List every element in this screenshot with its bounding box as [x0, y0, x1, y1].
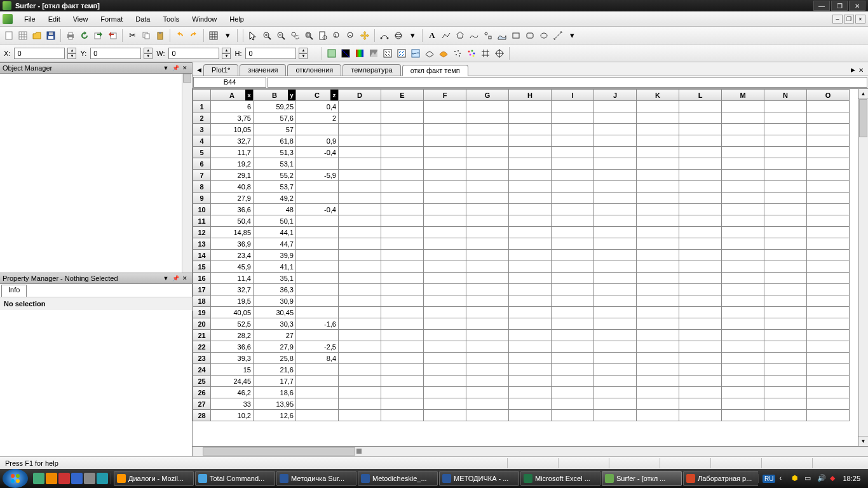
cell-L16[interactable]	[679, 273, 722, 284]
cell-C5[interactable]: -0,4	[296, 147, 339, 158]
ql-icon-3[interactable]	[58, 473, 70, 484]
cell-O28[interactable]	[807, 410, 850, 421]
pan-icon[interactable]	[358, 29, 371, 42]
cell-K25[interactable]	[637, 376, 679, 387]
cell-N25[interactable]	[764, 376, 807, 387]
cell-B5[interactable]: 51,3	[254, 147, 296, 158]
row-header-28[interactable]: 28	[193, 410, 211, 421]
cell-M23[interactable]	[722, 353, 764, 364]
horizontal-scrollbar[interactable]	[193, 446, 868, 456]
cell-J8[interactable]	[594, 181, 637, 193]
row-header-10[interactable]: 10	[193, 204, 211, 215]
cell-O5[interactable]	[807, 147, 850, 158]
cell-B28[interactable]: 12,6	[254, 410, 296, 421]
cell-A12[interactable]: 14,85	[211, 227, 254, 238]
cell-H20[interactable]	[509, 318, 552, 330]
cell-H26[interactable]	[509, 387, 552, 398]
menu-tools[interactable]: Tools	[156, 13, 186, 25]
cell-C26[interactable]	[296, 387, 339, 398]
cell-F26[interactable]	[424, 387, 466, 398]
cell-J13[interactable]	[594, 238, 637, 250]
cell-E16[interactable]	[381, 273, 424, 284]
contour-icon[interactable]	[339, 47, 352, 60]
cell-C23[interactable]: 8,4	[296, 353, 339, 364]
clock[interactable]: 18:25	[843, 475, 860, 482]
cell-B12[interactable]: 44,1	[254, 227, 296, 238]
cell-G25[interactable]	[466, 376, 509, 387]
cell-F13[interactable]	[424, 238, 466, 250]
ql-icon-2[interactable]	[46, 473, 57, 484]
cell-H7[interactable]	[509, 170, 552, 181]
cell-G7[interactable]	[466, 170, 509, 181]
cell-H25[interactable]	[509, 376, 552, 387]
cell-C2[interactable]: 2	[296, 112, 339, 124]
cell-G24[interactable]	[466, 364, 509, 376]
task-item-1[interactable]: Total Command...	[195, 471, 275, 486]
cell-N20[interactable]	[764, 318, 807, 330]
cell-E28[interactable]	[381, 410, 424, 421]
cell-L24[interactable]	[679, 364, 722, 376]
x-input[interactable]	[14, 48, 65, 59]
tray-volume-icon[interactable]: 🔊	[817, 474, 826, 483]
cell-H8[interactable]	[509, 181, 552, 193]
cell-E5[interactable]	[381, 147, 424, 158]
col-header-E[interactable]: E	[381, 90, 424, 101]
cell-G8[interactable]	[466, 181, 509, 193]
cell-C3[interactable]	[296, 124, 339, 135]
row-header-22[interactable]: 22	[193, 341, 211, 353]
cell-F8[interactable]	[424, 181, 466, 193]
cell-G27[interactable]	[466, 398, 509, 410]
cell-E18[interactable]	[381, 295, 424, 307]
zoom-rect-icon[interactable]	[288, 29, 301, 42]
cell-F28[interactable]	[424, 410, 466, 421]
row-header-17[interactable]: 17	[193, 284, 211, 295]
cell-E19[interactable]	[381, 307, 424, 318]
cell-B6[interactable]: 53,1	[254, 158, 296, 170]
cell-A6[interactable]: 19,2	[211, 158, 254, 170]
cell-L3[interactable]	[679, 124, 722, 135]
cell-J12[interactable]	[594, 227, 637, 238]
cell-H14[interactable]	[509, 250, 552, 261]
cell-H2[interactable]	[509, 112, 552, 124]
cell-F18[interactable]	[424, 295, 466, 307]
task-item-0[interactable]: Диалоги - Mozil...	[114, 471, 194, 486]
row-header-1[interactable]: 1	[193, 101, 211, 112]
row-header-20[interactable]: 20	[193, 318, 211, 330]
cell-O1[interactable]	[807, 101, 850, 112]
cell-K12[interactable]	[637, 227, 679, 238]
cell-A20[interactable]: 52,5	[211, 318, 254, 330]
cell-O9[interactable]	[807, 193, 850, 204]
cell-F23[interactable]	[424, 353, 466, 364]
cell-C22[interactable]: -2,5	[296, 341, 339, 353]
cell-D9[interactable]	[339, 193, 381, 204]
cell-A10[interactable]: 36,6	[211, 204, 254, 215]
cell-A28[interactable]: 10,2	[211, 410, 254, 421]
cell-B3[interactable]: 57	[254, 124, 296, 135]
import-icon[interactable]	[106, 29, 119, 42]
cell-A26[interactable]: 46,2	[211, 387, 254, 398]
cell-A19[interactable]: 40,05	[211, 307, 254, 318]
tab-info[interactable]: Info	[1, 285, 27, 297]
cell-I28[interactable]	[552, 410, 594, 421]
cell-G15[interactable]	[466, 261, 509, 273]
cell-E2[interactable]	[381, 112, 424, 124]
cell-C20[interactable]: -1,6	[296, 318, 339, 330]
cell-A22[interactable]: 36,6	[211, 341, 254, 353]
symbol-icon[interactable]	[482, 29, 494, 42]
row-header-27[interactable]: 27	[193, 398, 211, 410]
cell-A27[interactable]: 33	[211, 398, 254, 410]
cell-G1[interactable]	[466, 101, 509, 112]
cell-K18[interactable]	[637, 295, 679, 307]
dropdown3-icon[interactable]: ▾	[566, 29, 578, 42]
cell-N24[interactable]	[764, 364, 807, 376]
row-header-24[interactable]: 24	[193, 364, 211, 376]
cell-F2[interactable]	[424, 112, 466, 124]
cell-D17[interactable]	[339, 284, 381, 295]
cell-O27[interactable]	[807, 398, 850, 410]
cell-M21[interactable]	[722, 330, 764, 341]
print-icon[interactable]	[64, 29, 77, 42]
cell-C21[interactable]	[296, 330, 339, 341]
row-header-23[interactable]: 23	[193, 353, 211, 364]
cell-I8[interactable]	[552, 181, 594, 193]
cell-G10[interactable]	[466, 204, 509, 215]
